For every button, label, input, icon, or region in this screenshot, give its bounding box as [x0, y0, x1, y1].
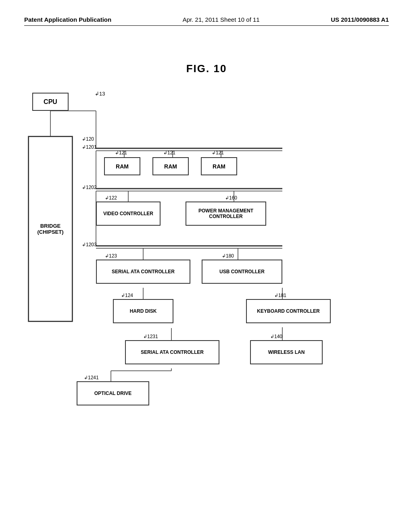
ref-140: ↲140: [270, 334, 282, 339]
hard-disk-box: HARD DISK: [113, 299, 173, 323]
bridge-box: BRIDGE (CHIPSET): [28, 136, 73, 322]
ref-121b: ↲121: [163, 150, 175, 156]
ref-121a: ↲121: [115, 150, 127, 156]
optical-drive-box: OPTICAL DRIVE: [77, 381, 149, 405]
keyboard-box: KEYBOARD CONTROLLER: [246, 299, 331, 323]
figure-title: FIG. 10: [186, 62, 227, 75]
video-box: VIDEO CONTROLLER: [96, 202, 161, 226]
ref-13: ↲13: [95, 91, 105, 97]
ref-181: ↲181: [274, 293, 286, 298]
ref-1241: ↲1241: [84, 375, 99, 380]
ram3-box: RAM: [201, 157, 237, 175]
ref-1231: ↲1231: [143, 334, 158, 339]
header: Patent Application Publication Apr. 21, …: [24, 16, 389, 26]
ref-160: ↲160: [225, 195, 237, 201]
wireless-box: WIRELESS LAN: [250, 340, 323, 364]
patent-page: Patent Application Publication Apr. 21, …: [0, 0, 413, 532]
ref-122: ↲122: [105, 195, 117, 201]
diagram: CPU ↲13 BRIDGE (CHIPSET) ↲120 ↲1201 RAM …: [24, 89, 389, 508]
ref-1202: ↲1202: [82, 185, 97, 190]
ref-180: ↲180: [222, 253, 234, 259]
header-patent-number: US 2011/0090883 A1: [331, 16, 389, 23]
serial-ata-box: SERIAL ATA CONTROLLER: [96, 260, 190, 284]
ram1-box: RAM: [104, 157, 140, 175]
cpu-box: CPU: [32, 93, 69, 111]
power-box: POWER MANAGEMENT CONTROLLER: [186, 202, 266, 226]
header-date-sheet: Apr. 21, 2011 Sheet 10 of 11: [183, 16, 260, 23]
ref-1201: ↲1201: [82, 144, 97, 150]
ref-121c: ↲121: [212, 150, 224, 156]
ref-120: ↲120: [82, 136, 94, 142]
ref-1203: ↲1203: [82, 242, 97, 247]
usb-box: USB CONTROLLER: [202, 260, 282, 284]
ram2-box: RAM: [152, 157, 189, 175]
ref-124: ↲124: [121, 293, 133, 298]
ref-123: ↲123: [105, 253, 117, 259]
header-publication: Patent Application Publication: [24, 16, 111, 23]
connector-lines: [24, 89, 389, 508]
serial-ata2-box: SERIAL ATA CONTROLLER: [125, 340, 219, 364]
